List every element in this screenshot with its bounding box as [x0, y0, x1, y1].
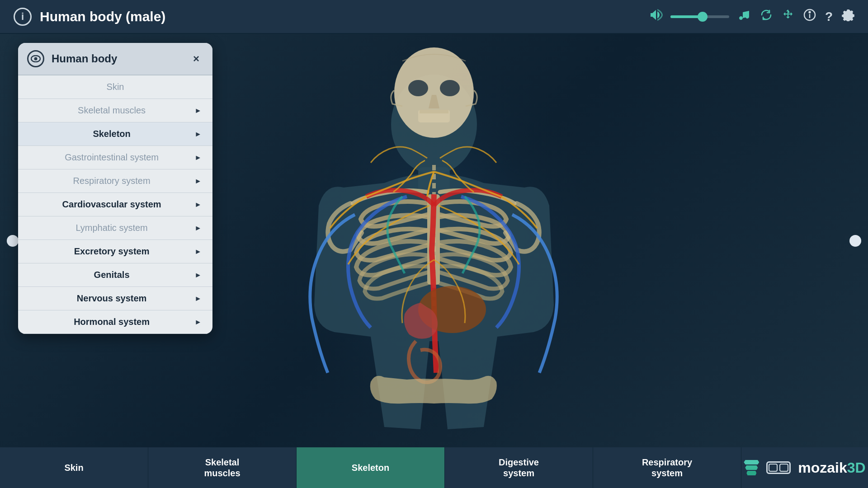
body-illustration [231, 34, 637, 447]
chevron-icon: ► [194, 177, 202, 185]
left-nav-dot[interactable] [7, 235, 19, 247]
chevron-icon: ► [194, 248, 202, 256]
bottom-branding: mozaik3D [741, 447, 868, 488]
sidebar-title: Human body [52, 52, 182, 65]
sidebar-item-skin[interactable]: Skin [18, 75, 212, 99]
sidebar-item-respiratory[interactable]: Respiratory system ► [18, 169, 212, 193]
refresh-icon[interactable] [760, 9, 773, 24]
chevron-icon: ► [194, 318, 202, 326]
settings-icon[interactable] [842, 9, 854, 24]
sidebar-item-nervous-label: Nervous system [29, 293, 194, 304]
sidebar-item-excretory[interactable]: Excretory system ► [18, 240, 212, 263]
svg-rect-10 [420, 110, 448, 113]
sidebar-item-lymphatic[interactable]: Lymphatic system ► [18, 216, 212, 240]
sidebar-item-skin-label: Skin [29, 82, 202, 92]
chevron-icon: ► [194, 201, 202, 209]
right-nav-dot[interactable] [849, 235, 861, 247]
sidebar-header: Human body × [18, 43, 212, 75]
volume-track[interactable] [670, 15, 729, 18]
vr-lens-right [779, 464, 788, 472]
chevron-icon: ► [194, 295, 202, 303]
header-title-area: i Human body (male) [14, 8, 165, 26]
sidebar-item-skeletal-muscles[interactable]: Skeletal muscles ► [18, 99, 212, 122]
sidebar-item-skeleton-label: Skeleton [29, 129, 194, 139]
sidebar-close-button[interactable]: × [189, 52, 203, 66]
svg-point-14 [34, 57, 38, 61]
eye-icon [27, 50, 44, 67]
sidebar-item-excretory-label: Excretory system [29, 246, 194, 257]
tab-skin-label: Skin [64, 462, 83, 473]
app-title: Human body (male) [40, 9, 165, 24]
tab-skeleton-label: Skeleton [352, 462, 389, 473]
chevron-icon: ► [194, 154, 202, 162]
music-icon[interactable] [738, 9, 751, 24]
volume-control[interactable] [651, 9, 729, 24]
mozaik-logo-layers [744, 460, 759, 475]
mozaik-3d-suffix: 3D [847, 460, 866, 476]
tab-respiratory[interactable]: Respiratory system [593, 447, 741, 488]
chevron-icon: ► [194, 224, 202, 232]
tab-skin[interactable]: Skin [0, 447, 148, 488]
svg-point-6 [394, 47, 474, 138]
info-circle-icon[interactable]: i [14, 8, 32, 26]
sidebar-item-genitals-label: Genitals [29, 270, 194, 280]
layer-bot [746, 471, 756, 475]
sidebar-item-hormonal-label: Hormonal system [29, 317, 194, 327]
header-controls: ? [651, 9, 854, 24]
sidebar-panel: Human body × Skin Skeletal muscles ► Ske… [18, 43, 212, 334]
layer-mid [745, 465, 758, 470]
tab-skeleton[interactable]: Skeleton [297, 447, 445, 488]
sidebar-item-lymphatic-label: Lymphatic system [29, 223, 194, 233]
tab-digestive[interactable]: Digestive system [445, 447, 593, 488]
chevron-icon: ► [194, 271, 202, 279]
vr-goggles-icon[interactable] [766, 461, 791, 474]
sidebar-item-gastrointestinal-label: Gastrointestinal system [29, 152, 194, 163]
info-icon[interactable] [803, 9, 816, 24]
sidebar-item-respiratory-label: Respiratory system [29, 176, 194, 186]
svg-point-7 [408, 80, 428, 96]
bottom-navigation: Skin Skeletal muscles Skeleton Digestive… [0, 447, 868, 488]
sidebar-item-nervous[interactable]: Nervous system ► [18, 287, 212, 310]
help-icon[interactable]: ? [825, 9, 833, 24]
volume-icon [651, 9, 666, 24]
tab-skeletal-muscles[interactable]: Skeletal muscles [148, 447, 297, 488]
sidebar-item-skeletal-muscles-label: Skeletal muscles [29, 105, 194, 116]
layer-top [744, 460, 759, 465]
sidebar-item-hormonal[interactable]: Hormonal system ► [18, 310, 212, 334]
chevron-icon: ► [194, 107, 202, 115]
sidebar-item-cardiovascular-label: Cardiovascular system [29, 199, 194, 210]
sidebar-item-skeleton[interactable]: Skeleton ► [18, 122, 212, 146]
header: i Human body (male) [0, 0, 868, 34]
svg-point-8 [440, 80, 460, 96]
sidebar-item-cardiovascular[interactable]: Cardiovascular system ► [18, 193, 212, 216]
main-content: Human body × Skin Skeletal muscles ► Ske… [0, 34, 868, 447]
move-icon[interactable] [782, 9, 794, 24]
sidebar-item-genitals[interactable]: Genitals ► [18, 263, 212, 287]
tab-skeletal-muscles-label: Skeletal muscles [204, 457, 240, 479]
tab-digestive-label: Digestive system [499, 457, 539, 479]
tab-respiratory-label: Respiratory system [642, 457, 692, 479]
vr-lens-left [769, 464, 778, 472]
volume-thumb[interactable] [698, 12, 708, 22]
svg-point-2 [809, 12, 810, 13]
mozaik3d-logo: mozaik3D [798, 460, 865, 476]
chevron-icon: ► [194, 130, 202, 138]
sidebar-item-gastrointestinal[interactable]: Gastrointestinal system ► [18, 146, 212, 169]
